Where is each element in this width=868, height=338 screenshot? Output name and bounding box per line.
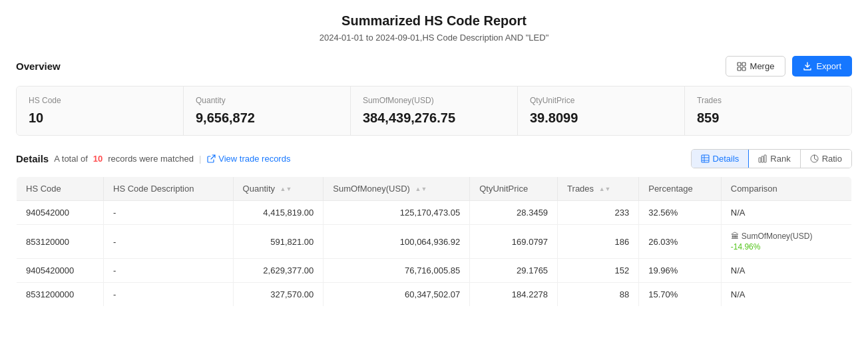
stat-hs-code-value: 10 bbox=[29, 110, 171, 126]
table-icon bbox=[701, 154, 710, 163]
col-percentage: Percentage bbox=[639, 177, 722, 201]
details-title: Details bbox=[16, 153, 49, 164]
summary-suffix: records were matched bbox=[108, 154, 194, 164]
svg-rect-1 bbox=[742, 63, 746, 66]
action-buttons: Merge Export bbox=[726, 56, 852, 77]
col-quantity: Quantity ▲▼ bbox=[233, 177, 324, 201]
tab-details[interactable]: Details bbox=[692, 150, 750, 168]
export-icon bbox=[803, 62, 812, 71]
cell-hs-code: 9405420000 bbox=[17, 259, 104, 283]
cell-comparison: N/A bbox=[721, 201, 851, 225]
cell-trades: 186 bbox=[558, 225, 639, 259]
cell-percentage: 19.96% bbox=[639, 259, 722, 283]
cell-sum-money: 100,064,936.92 bbox=[324, 225, 470, 259]
sort-sum-money-icon[interactable]: ▲▼ bbox=[415, 186, 427, 192]
merge-icon bbox=[737, 62, 746, 71]
col-hs-code: HS Code bbox=[17, 177, 104, 201]
stat-qty-unit-price-value: 39.8099 bbox=[530, 110, 672, 126]
stat-hs-code-label: HS Code bbox=[29, 96, 171, 105]
table-row: 940542000-4,415,819.00125,170,473.0528.3… bbox=[17, 201, 852, 225]
cell-comparison: N/A bbox=[721, 283, 851, 307]
cell-quantity: 4,415,819.00 bbox=[233, 201, 324, 225]
svg-rect-9 bbox=[761, 156, 763, 162]
cell-hs-code: 8531200000 bbox=[17, 283, 104, 307]
cell-hs-code-desc: - bbox=[104, 259, 234, 283]
stat-hs-code: HS Code 10 bbox=[17, 86, 184, 135]
details-header: Details A total of 10 records were match… bbox=[16, 149, 852, 168]
cell-quantity: 327,570.00 bbox=[233, 283, 324, 307]
report-title: Summarized HS Code Report bbox=[16, 13, 852, 29]
cell-percentage: 15.70% bbox=[639, 283, 722, 307]
comparison-building-icon: 🏛 bbox=[731, 232, 739, 241]
comparison-value: -14.96% bbox=[731, 242, 842, 252]
stat-qty-unit-price: QtyUnitPrice 39.8099 bbox=[518, 86, 685, 135]
table-row: 8531200000-327,570.0060,347,502.07184.22… bbox=[17, 283, 852, 307]
cell-comparison: N/A bbox=[721, 259, 851, 283]
table-row: 853120000-591,821.00100,064,936.92169.07… bbox=[17, 225, 852, 259]
stats-row: HS Code 10 Quantity 9,656,872 SumOfMoney… bbox=[16, 86, 852, 136]
tab-rank[interactable]: Rank bbox=[749, 150, 800, 168]
cell-sum-money: 60,347,502.07 bbox=[324, 283, 470, 307]
cell-qty-unit-price: 169.0797 bbox=[470, 225, 558, 259]
view-tabs: Details Rank Ratio bbox=[691, 149, 852, 168]
cell-trades: 152 bbox=[558, 259, 639, 283]
cell-comparison: 🏛 SumOfMoney(USD) -14.96% bbox=[721, 225, 851, 259]
col-qty-unit-price: QtyUnitPrice bbox=[470, 177, 558, 201]
cell-hs-code: 940542000 bbox=[17, 201, 104, 225]
merge-button[interactable]: Merge bbox=[726, 56, 786, 77]
stat-quantity-label: Quantity bbox=[196, 96, 338, 105]
col-sum-money: SumOfMoney(USD) ▲▼ bbox=[324, 177, 470, 201]
divider: | bbox=[199, 154, 201, 164]
view-trade-records-link[interactable]: View trade records bbox=[206, 154, 290, 164]
ratio-icon bbox=[810, 154, 819, 163]
svg-rect-4 bbox=[702, 155, 709, 162]
svg-rect-10 bbox=[764, 155, 766, 162]
cell-sum-money: 125,170,473.05 bbox=[324, 201, 470, 225]
stat-quantity: Quantity 9,656,872 bbox=[184, 86, 351, 135]
tab-ratio[interactable]: Ratio bbox=[801, 150, 851, 168]
details-left: Details A total of 10 records were match… bbox=[16, 153, 290, 164]
cell-trades: 233 bbox=[558, 201, 639, 225]
col-trades: Trades ▲▼ bbox=[558, 177, 639, 201]
export-button[interactable]: Export bbox=[792, 56, 852, 77]
stat-sum-money: SumOfMoney(USD) 384,439,276.75 bbox=[351, 86, 518, 135]
svg-rect-3 bbox=[742, 67, 746, 71]
sort-trades-icon[interactable]: ▲▼ bbox=[599, 186, 611, 192]
cell-percentage: 26.03% bbox=[639, 225, 722, 259]
cell-sum-money: 76,716,005.85 bbox=[324, 259, 470, 283]
col-comparison: Comparison bbox=[721, 177, 851, 201]
stat-qty-unit-price-label: QtyUnitPrice bbox=[530, 96, 672, 105]
overview-label: Overview bbox=[16, 61, 61, 72]
stat-trades: Trades 859 bbox=[685, 86, 851, 135]
table-row: 9405420000-2,629,377.0076,716,005.8529.1… bbox=[17, 259, 852, 283]
link-icon bbox=[206, 154, 216, 164]
stat-trades-value: 859 bbox=[697, 110, 839, 126]
cell-qty-unit-price: 28.3459 bbox=[470, 201, 558, 225]
records-count: 10 bbox=[93, 154, 103, 164]
table-header-row: HS Code HS Code Description Quantity ▲▼ … bbox=[17, 177, 852, 201]
stat-trades-label: Trades bbox=[697, 96, 839, 105]
cell-hs-code-desc: - bbox=[104, 225, 234, 259]
report-subtitle: 2024-01-01 to 2024-09-01,HS Code Descrip… bbox=[16, 33, 852, 43]
summary-prefix: A total of bbox=[54, 154, 88, 164]
cell-quantity: 2,629,377.00 bbox=[233, 259, 324, 283]
stat-sum-money-label: SumOfMoney(USD) bbox=[363, 96, 505, 105]
stat-sum-money-value: 384,439,276.75 bbox=[363, 110, 505, 126]
cell-percentage: 32.56% bbox=[639, 201, 722, 225]
cell-quantity: 591,821.00 bbox=[233, 225, 324, 259]
sort-quantity-icon[interactable]: ▲▼ bbox=[280, 186, 292, 192]
cell-hs-code-desc: - bbox=[104, 201, 234, 225]
cell-qty-unit-price: 29.1765 bbox=[470, 259, 558, 283]
cell-trades: 88 bbox=[558, 283, 639, 307]
svg-rect-0 bbox=[738, 63, 741, 66]
rank-icon bbox=[758, 154, 767, 163]
col-hs-code-desc: HS Code Description bbox=[104, 177, 234, 201]
svg-rect-2 bbox=[738, 67, 741, 71]
stat-quantity-value: 9,656,872 bbox=[196, 110, 338, 126]
cell-qty-unit-price: 184.2278 bbox=[470, 283, 558, 307]
cell-hs-code-desc: - bbox=[104, 283, 234, 307]
data-table: HS Code HS Code Description Quantity ▲▼ … bbox=[16, 176, 852, 307]
cell-hs-code: 853120000 bbox=[17, 225, 104, 259]
svg-rect-8 bbox=[759, 158, 761, 162]
comparison-label-text: SumOfMoney(USD) bbox=[742, 232, 813, 241]
